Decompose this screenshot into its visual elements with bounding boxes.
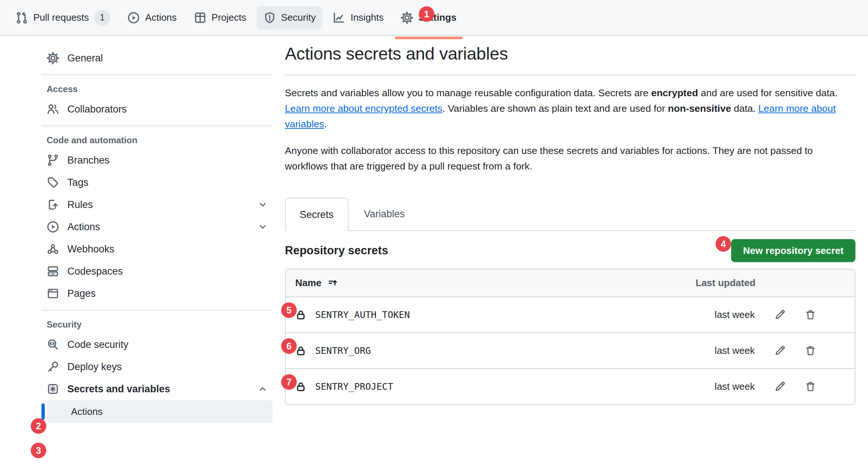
nav-tab-insights[interactable]: Insights: [326, 6, 390, 30]
sidebar-item-label: Webhooks: [67, 244, 114, 255]
sidebar-item-label: Code security: [67, 339, 128, 350]
people-icon: [47, 103, 59, 115]
chevron-down-icon: [258, 222, 268, 232]
play-icon: [127, 11, 140, 24]
intro-text: .: [324, 118, 327, 130]
tab-variables[interactable]: Variables: [349, 198, 421, 230]
nav-tab-pull-requests[interactable]: Pull requests 1: [9, 4, 117, 31]
tab-secrets[interactable]: Secrets: [285, 198, 349, 231]
delete-secret-button[interactable]: [805, 345, 816, 356]
annotation-badge-3: 3: [31, 443, 46, 458]
graph-icon: [333, 11, 345, 24]
intro-bold-encrypted: encrypted: [651, 87, 698, 98]
sidebar-section-code-and-automation: Code and automation: [41, 131, 273, 149]
sidebar-item-label: General: [67, 53, 103, 64]
nav-tab-label: Projects: [212, 12, 246, 23]
last-updated-value: last week: [696, 345, 755, 356]
secret-name-cell: SENTRY_AUTH_TOKEN: [295, 309, 410, 321]
browser-icon: [47, 287, 59, 300]
sidebar-item-secrets-and-variables[interactable]: Secrets and variables: [41, 378, 273, 400]
sidebar-subitem-actions[interactable]: Actions: [47, 400, 273, 423]
sidebar-item-label: Branches: [67, 155, 110, 166]
intro-text: and are used for sensitive data.: [698, 87, 838, 98]
settings-sidebar: General Access Collaborators Code and au…: [41, 36, 273, 423]
edit-secret-button[interactable]: [774, 381, 785, 392]
table-row: SENTRY_PROJECT last week: [286, 368, 855, 404]
edit-secret-button[interactable]: [774, 309, 785, 321]
table-row: SENTRY_ORG last week: [286, 332, 855, 368]
sidebar-item-rules[interactable]: Rules: [41, 194, 273, 216]
rules-icon: [47, 198, 59, 211]
sidebar-item-deploy-keys[interactable]: Deploy keys: [41, 356, 273, 378]
shield-icon: [263, 11, 276, 24]
key-asterisk-icon: [47, 383, 59, 395]
sidebar-item-label: Collaborators: [67, 104, 127, 115]
intro-paragraph: Secrets and variables allow you to manag…: [285, 85, 847, 132]
chevron-down-icon: [258, 200, 268, 209]
chevron-up-icon: [258, 384, 268, 394]
edit-secret-button[interactable]: [774, 345, 785, 356]
repository-secrets-table: Name Last updated SENTRY_AUTH_TOKEN last…: [285, 269, 855, 405]
active-item-marker: [41, 403, 45, 420]
sidebar-item-codespaces[interactable]: Codespaces: [41, 260, 273, 282]
column-header-name[interactable]: Name: [295, 277, 338, 289]
title-divider: [285, 75, 855, 76]
sidebar-item-label: Tags: [67, 177, 88, 188]
sidebar-item-pages[interactable]: Pages: [41, 282, 273, 305]
trash-icon: [805, 381, 816, 392]
sidebar-item-general[interactable]: General: [41, 47, 273, 69]
lock-icon: [295, 381, 306, 392]
intro-text: Secrets and variables allow you to manag…: [285, 87, 651, 98]
repo-tab-nav: Pull requests 1 Actions Projects Securit…: [0, 0, 868, 36]
sidebar-item-code-security[interactable]: Code security: [41, 333, 273, 356]
sidebar-item-actions[interactable]: Actions: [41, 216, 273, 238]
sidebar-divider: [41, 125, 273, 126]
nav-tab-projects[interactable]: Projects: [187, 6, 253, 30]
sidebar-item-webhooks[interactable]: Webhooks: [41, 238, 273, 260]
git-pull-request-icon: [16, 11, 28, 24]
nav-tab-label: Insights: [350, 12, 384, 23]
secret-name-cell: SENTRY_ORG: [295, 345, 371, 356]
intro-text: data.: [731, 103, 758, 114]
nav-tab-actions[interactable]: Actions: [121, 6, 183, 30]
key-icon: [47, 360, 59, 373]
page-title: Actions secrets and variables: [285, 39, 855, 64]
gear-icon: [401, 11, 413, 24]
nav-tab-settings[interactable]: Settings: [394, 6, 463, 30]
secret-name-cell: SENTRY_PROJECT: [295, 381, 393, 392]
sidebar-item-label: Codespaces: [67, 266, 123, 277]
secrets-variables-tabbar: Secrets Variables: [285, 198, 855, 231]
git-branch-icon: [47, 154, 59, 167]
sidebar-item-tags[interactable]: Tags: [41, 171, 273, 194]
sidebar-section-security: Security: [41, 316, 273, 333]
secret-name: SENTRY_AUTH_TOKEN: [315, 309, 410, 320]
tag-icon: [47, 176, 59, 189]
settings-main-panel: Actions secrets and variables Secrets an…: [285, 36, 855, 405]
nav-tab-security[interactable]: Security: [257, 6, 323, 30]
codespaces-icon: [47, 265, 59, 278]
nav-tab-label: Settings: [418, 12, 457, 23]
pencil-icon: [774, 345, 785, 356]
trash-icon: [805, 309, 816, 321]
webhook-icon: [47, 243, 59, 255]
table-header-row: Name Last updated: [286, 269, 855, 296]
lock-icon: [295, 309, 306, 321]
gear-icon: [47, 52, 59, 64]
secret-name: SENTRY_PROJECT: [315, 381, 393, 392]
delete-secret-button[interactable]: [805, 309, 816, 321]
sidebar-item-label: Pages: [67, 288, 96, 299]
intro-text: . Variables are shown as plain text and …: [443, 103, 668, 114]
nav-tab-label: Security: [281, 12, 316, 23]
new-repository-secret-button[interactable]: New repository secret: [731, 239, 855, 262]
link-learn-more-encrypted-secrets[interactable]: Learn more about encrypted secrets: [285, 103, 443, 114]
delete-secret-button[interactable]: [805, 381, 816, 392]
pencil-icon: [774, 381, 785, 392]
sidebar-subitem-label: Actions: [71, 406, 102, 417]
last-updated-value: last week: [696, 309, 755, 321]
sidebar-item-branches[interactable]: Branches: [41, 149, 273, 171]
codescan-icon: [47, 338, 59, 351]
trash-icon: [805, 345, 816, 356]
sidebar-item-collaborators[interactable]: Collaborators: [41, 98, 273, 120]
sidebar-divider: [41, 74, 273, 75]
nav-tab-label: Pull requests: [33, 12, 89, 23]
